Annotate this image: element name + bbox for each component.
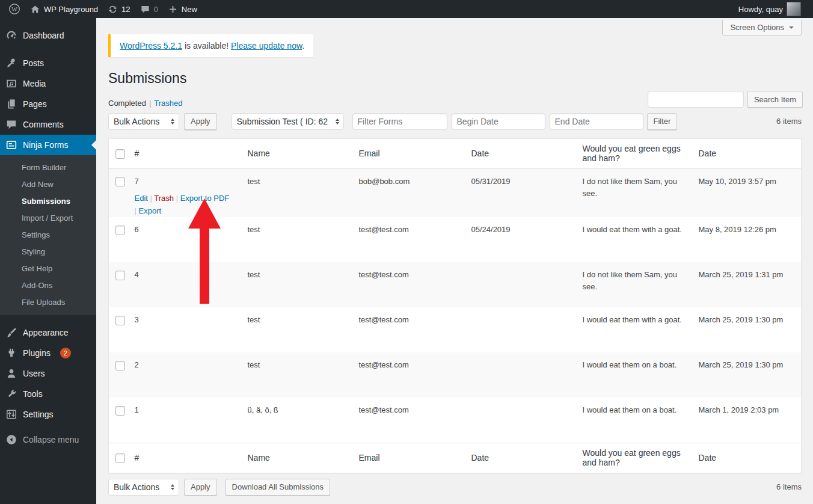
bulk-actions-select[interactable]: Bulk Actions	[108, 113, 179, 130]
search-input[interactable]	[648, 91, 744, 108]
cell-email: test@test.com	[353, 398, 465, 443]
view-trashed-link[interactable]: Trashed	[154, 99, 182, 108]
tools-icon	[5, 388, 17, 400]
bulk-actions-select-bottom[interactable]: Bulk Actions	[108, 479, 179, 496]
row-checkbox[interactable]	[115, 271, 125, 280]
admin-bar: W WP Playground 12 0 New Howdy, quay	[0, 0, 813, 18]
sidebar-item-label: Tools	[23, 389, 43, 399]
select-all-checkbox[interactable]	[115, 149, 125, 159]
comments-icon	[5, 118, 17, 131]
comments-menu[interactable]: 0	[135, 0, 163, 18]
submenu-item-add-ons[interactable]: Add-Ons	[0, 277, 96, 293]
submenu-item-styling[interactable]: Styling	[0, 243, 96, 260]
column-header: Email	[353, 443, 465, 473]
cell-date: 05/24/2019	[465, 217, 577, 262]
submenu-item-file-uploads[interactable]: File Uploads	[0, 293, 96, 310]
table-row: 3testtest@test.comI would eat them with …	[109, 307, 802, 352]
cell-answer: I would eat them with a goat.	[577, 307, 693, 352]
row-checkbox[interactable]	[115, 361, 125, 370]
sidebar-item-dashboard[interactable]: Dashboard	[0, 25, 96, 46]
sidebar-item-settings[interactable]: Settings	[0, 404, 96, 425]
row-checkbox[interactable]	[115, 177, 125, 186]
begin-date-input[interactable]	[452, 113, 545, 130]
cell-name: test	[242, 217, 353, 262]
update-now-link[interactable]: Please update now	[231, 41, 302, 51]
cell-name: test	[242, 168, 353, 217]
sidebar-item-media[interactable]: Media	[0, 73, 96, 94]
notice-period: .	[302, 41, 304, 51]
row-action-export[interactable]: Export	[139, 206, 162, 215]
sidebar-item-label: Ninja Forms	[23, 140, 68, 150]
sidebar-item-label: Posts	[23, 58, 44, 68]
account-menu[interactable]: Howdy, quay	[734, 0, 806, 18]
cell-id: 6	[135, 224, 236, 236]
howdy-text: Howdy, quay	[738, 5, 783, 14]
submenu-item-get-help[interactable]: Get Help	[0, 260, 96, 277]
view-completed[interactable]: Completed	[108, 99, 146, 108]
column-header: Date	[693, 138, 802, 168]
sidebar-item-plugins[interactable]: Plugins2	[0, 343, 96, 363]
pushpin-icon	[5, 57, 17, 69]
submenu-item-add-new[interactable]: Add New	[0, 176, 96, 192]
submenu-item-submissions[interactable]: Submissions	[0, 192, 96, 209]
cell-id: 7	[135, 176, 236, 188]
wordpress-version-link[interactable]: WordPress 5.2.1	[120, 41, 182, 51]
submenu-item-import-export[interactable]: Import / Export	[0, 209, 96, 226]
row-action-edit[interactable]: Edit	[135, 194, 148, 203]
cell-email: bob@bob.com	[353, 168, 465, 217]
wordpress-logo-icon: W	[8, 3, 20, 15]
sidebar-item-tools[interactable]: Tools	[0, 384, 96, 404]
column-header: Name	[242, 138, 353, 168]
column-header: Date	[465, 443, 577, 473]
sidebar-item-posts[interactable]: Posts	[0, 53, 96, 73]
wordpress-logo-menu[interactable]: W	[4, 0, 25, 18]
users-icon	[5, 367, 17, 380]
row-checkbox[interactable]	[115, 316, 125, 325]
admin-sidebar: DashboardPostsMediaPagesCommentsNinja Fo…	[0, 18, 96, 504]
apply-button[interactable]: Apply	[184, 113, 217, 130]
sidebar-item-pages[interactable]: Pages	[0, 94, 96, 114]
apply-button-bottom[interactable]: Apply	[184, 479, 217, 496]
table-foot-row: #NameEmailDateWould you eat green eggs a…	[109, 443, 802, 473]
menu-separator	[0, 315, 96, 322]
row-actions: Edit | Trash | Export to PDF | Export	[135, 188, 233, 218]
row-checkbox[interactable]	[115, 406, 125, 416]
table-row: 6testtest@test.com05/24/2019I would eat …	[109, 217, 802, 262]
sidebar-item-collapse-menu[interactable]: Collapse menu	[0, 429, 96, 450]
view-divider: |	[149, 99, 151, 108]
submenu-item-settings[interactable]: Settings	[0, 226, 96, 243]
row-checkbox[interactable]	[115, 226, 125, 235]
comments-count: 0	[154, 5, 158, 14]
filter-forms-input[interactable]	[352, 113, 447, 130]
sidebar-item-comments[interactable]: Comments	[0, 114, 96, 135]
row-action-export-pdf[interactable]: Export to PDF	[180, 194, 230, 203]
submenu-item-form-builder[interactable]: Form Builder	[0, 159, 96, 176]
row-action-trash[interactable]: Trash	[154, 194, 174, 203]
cell-submitted: March 1, 2019 2:03 pm	[693, 398, 802, 443]
submissions-table: #NameEmailDateWould you eat green eggs a…	[108, 138, 802, 473]
updates-menu[interactable]: 12	[103, 0, 135, 18]
sidebar-item-appearance[interactable]: Appearance	[0, 322, 96, 343]
column-header: Name	[242, 443, 353, 473]
filter-button[interactable]: Filter	[647, 113, 678, 130]
new-content-menu[interactable]: New	[163, 0, 202, 18]
sidebar-item-users[interactable]: Users	[0, 363, 96, 384]
sidebar-item-label: Comments	[23, 120, 64, 129]
cell-id: 4	[135, 269, 236, 281]
screen-options-button[interactable]: Screen Options	[722, 20, 802, 35]
comments-bubble-icon	[140, 4, 150, 14]
appearance-icon	[5, 327, 17, 339]
site-name-menu[interactable]: WP Playground	[25, 0, 103, 18]
settings-icon	[5, 408, 17, 420]
plugins-icon	[5, 347, 17, 359]
form-filter-select[interactable]: Submission Test ( ID: 62 )	[232, 113, 344, 130]
sidebar-item-ninja-forms[interactable]: Ninja Forms	[0, 135, 96, 155]
sidebar-item-label: Users	[23, 369, 45, 378]
search-item-button[interactable]: Search Item	[747, 91, 803, 108]
dashboard-icon	[5, 29, 17, 41]
select-all-checkbox-bottom[interactable]	[115, 453, 125, 463]
end-date-input[interactable]	[550, 113, 643, 130]
download-all-submissions-button[interactable]: Download All Submissions	[225, 479, 330, 496]
update-notice: WordPress 5.2.1 is available! Please upd…	[108, 34, 313, 57]
ninja-forms-icon	[5, 139, 17, 151]
